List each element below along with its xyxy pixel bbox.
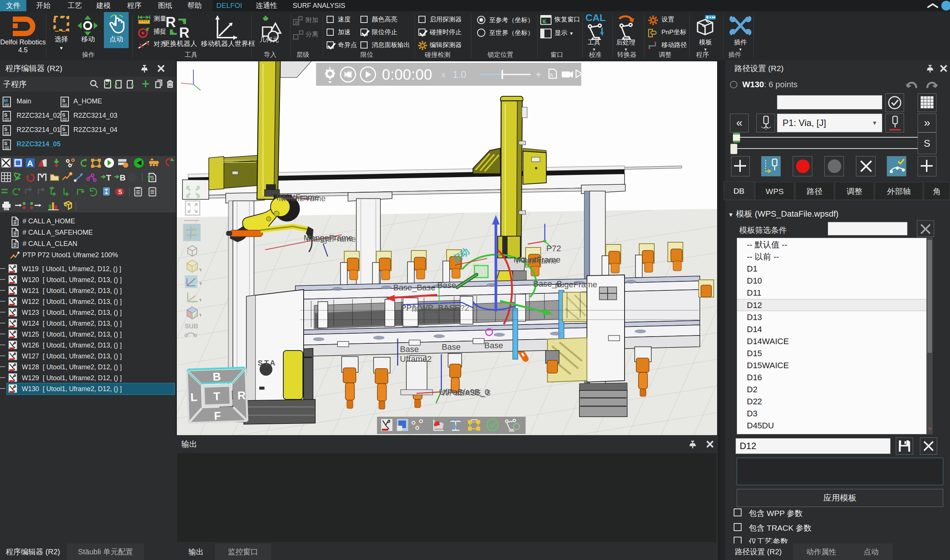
svg-text:1.0: 1.0 (453, 69, 466, 80)
svg-text:▼: ▼ (198, 297, 201, 303)
svg-text:R: R (166, 16, 176, 30)
svg-text:B: B (212, 371, 221, 383)
svg-text:F: F (214, 409, 221, 422)
svg-text:S: S (62, 98, 65, 103)
svg-text:A: A (452, 423, 457, 431)
svg-text:L: L (190, 391, 197, 403)
svg-text:T: T (106, 173, 111, 182)
svg-text:▼: ▼ (198, 280, 201, 286)
svg-text:A: A (27, 159, 33, 168)
svg-text:A: A (550, 72, 553, 78)
svg-text:S: S (4, 112, 8, 118)
svg-text:▼: ▼ (198, 312, 201, 318)
svg-text:R: R (179, 25, 189, 39)
svg-text:S: S (118, 189, 122, 195)
svg-text:T: T (213, 390, 220, 403)
svg-text:S: S (4, 126, 8, 132)
svg-text:S: S (4, 141, 8, 146)
svg-text:R: R (237, 389, 246, 402)
svg-text:S: S (62, 126, 65, 132)
svg-text:B: B (120, 173, 126, 182)
svg-text:S: S (151, 175, 154, 181)
svg-text:x: x (441, 70, 445, 79)
svg-text:M: M (4, 98, 8, 103)
svg-text:▼: ▼ (198, 267, 201, 273)
svg-text:0:00:00: 0:00:00 (382, 66, 432, 83)
svg-text:STA: STA (258, 359, 277, 367)
svg-text:S: S (62, 112, 65, 118)
